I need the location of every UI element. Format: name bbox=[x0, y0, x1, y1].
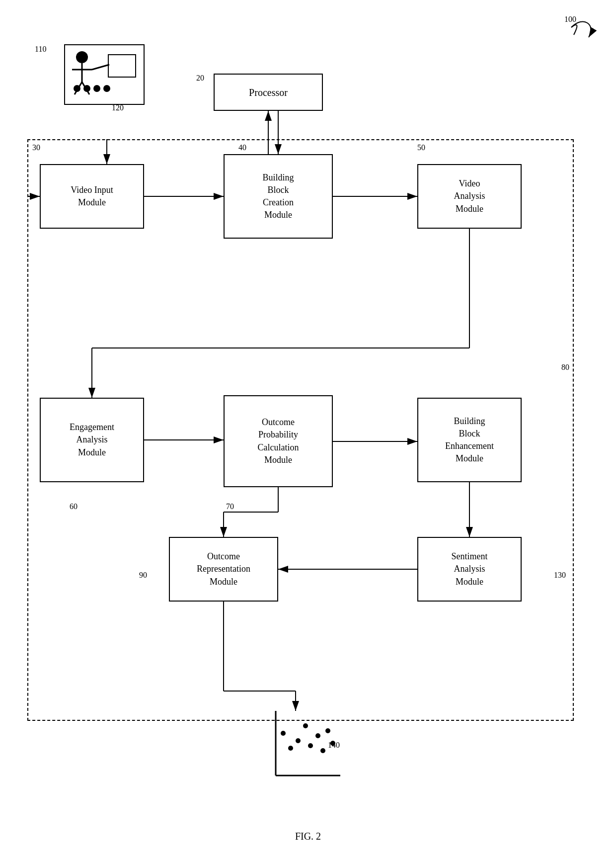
building-block-creation-label: BuildingBlockCreationModule bbox=[262, 172, 294, 222]
svg-point-10 bbox=[74, 85, 80, 92]
ref-30-label: 30 bbox=[32, 143, 40, 152]
ref-60-label: 60 bbox=[70, 502, 77, 511]
ref-50-label: 50 bbox=[417, 143, 425, 152]
outcome-representation-module: OutcomeRepresentationModule bbox=[169, 537, 278, 602]
svg-point-12 bbox=[93, 85, 100, 92]
ref-90-label: 90 bbox=[139, 571, 147, 580]
building-block-enhancement-module: BuildingBlockEnhancementModule bbox=[417, 398, 522, 482]
ref-110-label: 110 bbox=[35, 45, 46, 54]
outcome-representation-label: OutcomeRepresentationModule bbox=[197, 550, 250, 588]
sentiment-analysis-module: SentimentAnalysisModule bbox=[417, 537, 522, 602]
processor-label: Processor bbox=[249, 86, 288, 99]
svg-point-41 bbox=[320, 748, 325, 753]
ref-20-label: 20 bbox=[196, 74, 204, 83]
sentiment-analysis-label: SentimentAnalysisModule bbox=[452, 550, 488, 588]
svg-point-13 bbox=[103, 85, 110, 92]
svg-point-40 bbox=[315, 733, 320, 738]
svg-line-6 bbox=[75, 82, 82, 94]
ref-140-label: 140 bbox=[328, 741, 340, 750]
svg-point-35 bbox=[281, 731, 286, 736]
svg-point-38 bbox=[303, 723, 308, 728]
outcome-probability-label: OutcomeProbabilityCalculationModule bbox=[258, 416, 299, 466]
svg-rect-2 bbox=[65, 45, 144, 104]
svg-point-42 bbox=[325, 728, 330, 733]
ref-130-label: 130 bbox=[554, 571, 566, 580]
svg-point-36 bbox=[288, 746, 293, 751]
video-input-label: Video InputModule bbox=[71, 184, 113, 209]
ref-70-label: 70 bbox=[226, 502, 234, 511]
svg-point-3 bbox=[76, 51, 88, 63]
fig-label: FIG. 2 bbox=[0, 831, 616, 842]
building-block-enhancement-label: BuildingBlockEnhancementModule bbox=[445, 415, 494, 465]
outcome-probability-module: OutcomeProbabilityCalculationModule bbox=[224, 395, 333, 487]
svg-rect-9 bbox=[108, 55, 136, 77]
svg-line-7 bbox=[82, 82, 89, 94]
engagement-analysis-label: EngagementAnalysisModule bbox=[70, 421, 114, 459]
processor-box: Processor bbox=[214, 74, 323, 111]
svg-line-8 bbox=[92, 65, 109, 70]
video-input-module: Video InputModule bbox=[40, 164, 144, 229]
ref-40-label: 40 bbox=[238, 143, 246, 152]
engagement-analysis-module: EngagementAnalysisModule bbox=[40, 398, 144, 482]
svg-point-37 bbox=[296, 738, 301, 743]
video-analysis-module: VideoAnalysisModule bbox=[417, 164, 522, 229]
ref-120-label: 120 bbox=[112, 103, 124, 112]
ref-80-label: 80 bbox=[561, 363, 569, 372]
svg-point-39 bbox=[308, 743, 313, 748]
svg-point-11 bbox=[83, 85, 90, 92]
building-block-creation-module: BuildingBlockCreationModule bbox=[224, 154, 333, 239]
ref-100-label: 100 bbox=[564, 15, 576, 24]
video-analysis-label: VideoAnalysisModule bbox=[454, 177, 485, 215]
